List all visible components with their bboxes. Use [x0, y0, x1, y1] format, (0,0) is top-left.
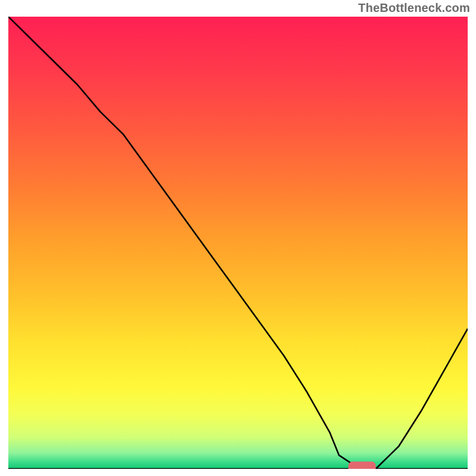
watermark-text: TheBottleneck.com [358, 1, 470, 15]
optimal-marker [348, 462, 375, 469]
bottleneck-chart [8, 17, 468, 469]
chart-container [8, 17, 468, 469]
